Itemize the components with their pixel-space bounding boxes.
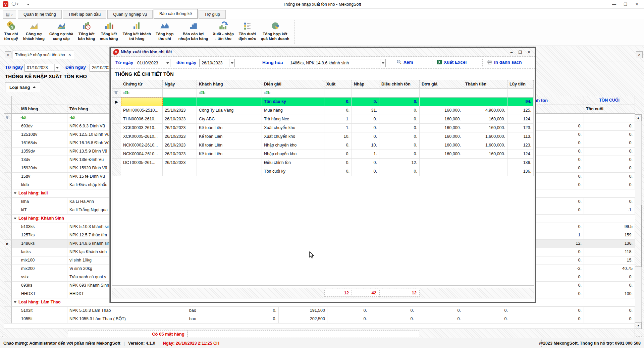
tool-steps[interactable]: Báo cáo lợi nhuận bán hàng [176,20,211,42]
tool-coins[interactable]: €$Thu chi tồn quỹ [1,20,21,42]
detail-filter-1[interactable]: = [163,89,197,98]
export-excel-button[interactable]: Xuất Excel [437,59,467,65]
collapse-icon[interactable] [14,301,16,304]
tool-listlv[interactable]: Tồn dưới định mức [236,20,258,42]
detail-row-1[interactable]: PMH00005-2510...25/10/2023Công Ty Lúa Và… [112,106,534,115]
row-indicator [4,198,12,206]
cell-cuoi: 0. [584,122,635,131]
detail-cell: 1. [324,124,352,132]
tool-area2[interactable]: Công nợ nhà cung cấp [47,20,75,42]
col-header-ma-hang[interactable]: Mã hàng [12,105,67,114]
chevron-down-icon[interactable] [380,59,385,67]
detail-col-0[interactable]: Chứng từ [121,80,163,89]
detail-cell: Trả hàng Ncc [262,115,324,124]
row-indicator [4,122,12,131]
document-tab[interactable]: Thống kê nhập xuất tồn kho ✕ [12,51,74,59]
steps-icon [188,21,199,31]
detail-cell: 0. [379,98,420,106]
chevron-down-icon[interactable] [165,59,170,67]
detail-row-selected[interactable]: ▶Tồn đầu kỳ0.0.0.94. [112,98,534,106]
close-all-tabs-button[interactable]: ✕ [636,51,643,58]
ribbon-tab-3[interactable]: Báo cáo thống kê [154,9,198,19]
tool-zigzag[interactable]: Tổng hợp thu chi [153,20,176,42]
detail-col-7[interactable]: Đơn giá [420,80,463,89]
band-toncuoi[interactable]: TỒN CUỐI [584,96,635,105]
dialog-minimize-button[interactable]: – [508,48,515,57]
close-icon[interactable]: ✕ [68,53,71,57]
from-date-input[interactable]: 01/10/2023 [24,64,60,72]
ribbon-tab-2[interactable]: Quản lý nghiệp vụ [107,10,153,19]
cell-cuoi: 118. [584,248,635,256]
detail-col-8[interactable]: Thành tiền [463,80,507,89]
tool-bars1[interactable]: Tổng kết mua hàng [97,20,120,42]
detail-row-6[interactable]: NCK00004-2610...26/10/2023Kế toán LiênNh… [112,150,534,159]
detail-row-7[interactable]: DCT00005-261...26/10/2023Điều chỉnh tồn0… [112,159,534,167]
detail-col-1[interactable]: Ngày [163,80,197,89]
detail-filter-0[interactable]: aBc [121,89,163,98]
col-header-ton-cuoi[interactable]: Tồn cuối [584,105,635,114]
dialog-close-button[interactable]: ✕ [525,48,533,57]
detail-cell: 0. [324,150,352,159]
detail-filter-7[interactable]: = [420,89,463,98]
detail-col-2[interactable]: Khách hàng [197,80,262,89]
detail-filter-3[interactable]: aBc [262,89,324,98]
tool-barsarrow[interactable]: Xuất - nhập - tồn kho [210,20,236,42]
maximize-button[interactable]: ❐ [620,0,631,9]
filter-funnel-icon[interactable] [112,89,121,98]
product-row-1055lt[interactable]: 1055ltNPK 1055.3 Lâm Thao ( BỘT)bao0.202… [4,315,635,324]
detail-row-5[interactable]: NCK00002-2610...26/10/2023Kế toán LiênNh… [112,141,534,150]
chevron-down-icon[interactable] [54,64,60,71]
filter-funnel-icon[interactable] [4,114,12,122]
detail-col-9[interactable]: Lũy tiến [507,80,534,89]
detail-cell: 26/10/2023 [163,132,197,141]
tool-barclock[interactable]: Tổng kết bán hàng [75,20,97,42]
detail-col-3[interactable]: Diễn giải [262,80,324,89]
chevron-down-icon[interactable] [229,59,234,67]
detail-filter-4[interactable]: = [324,89,352,98]
filter-ma-hang[interactable]: aBc [12,114,67,122]
detail-row-8[interactable]: Tồn cuối kỳ0.0.0.136. [112,167,534,176]
view-button[interactable]: Xem [396,59,413,65]
detail-filter-2[interactable]: aBc [197,89,262,98]
dialog-title: Nhập xuất tồn kho chi tiết [121,50,172,54]
detail-col-5[interactable]: Nhập [352,80,379,89]
print-list-button[interactable]: In danh sách [487,59,522,65]
collapse-icon[interactable] [14,192,16,195]
detail-cell: XCK00003-2610... [121,124,163,132]
detail-filter-8[interactable]: = [463,89,507,98]
detail-filter-6[interactable]: = [379,89,420,98]
detail-filter-9[interactable]: = [507,89,534,98]
product-row-5103lt[interactable]: 5103ltNPK 5.10.3 Lâm Thaobao0.191,5000.0… [4,307,635,315]
tool-bars2[interactable]: Tổng kết khách trả hàng [120,20,153,42]
minimize-button[interactable]: — [608,0,620,9]
dialog-product-input[interactable]: 1486ks, NPK 14.8.6 khánh sinh [288,59,386,67]
scrollbar-up-button[interactable]: ▲ [635,114,642,121]
app-menu-button[interactable]: ▤ ▽ [3,10,16,19]
row-indicator [4,265,12,273]
dialog-maximize-button[interactable]: ❐ [517,48,524,57]
detail-row-3[interactable]: XCK00003-2610...26/10/2023Kế toán LiênXu… [112,124,534,132]
group-by-chip[interactable]: Loại hàng [5,82,40,92]
detail-row-4[interactable]: XCK00005-2610...26/10/2023Kế toán LiênXu… [112,132,534,141]
ribbon-tab-4[interactable]: Trợ giúp [199,10,226,19]
dialog-title-bar[interactable]: V Nhập xuất tồn kho chi tiết – ❐ ✕ [111,48,535,57]
detail-row-2[interactable]: THN00006-2610...26/10/2023Cty ABCTrả hàn… [112,115,534,124]
detail-col-6[interactable]: Điều chỉnh tồn [379,80,420,89]
dialog-from-date-input[interactable]: 01/10/2023 [135,59,170,67]
detail-cell: 160,000. [420,115,463,124]
collapse-icon[interactable] [14,218,16,221]
scrollbar-down-button[interactable]: ▼ [635,322,642,329]
detail-filter-5[interactable]: = [352,89,379,98]
tool-pie[interactable]: Tổng hợp kết quả kinh doanh [259,20,292,42]
row-indicator [112,141,121,150]
tool-area1[interactable]: Công nợ khách hàng [21,20,47,42]
detail-col-4[interactable]: Xuất [324,80,352,89]
filter-ton-cuoi[interactable]: = [584,114,635,122]
detail-cell: 123. [507,124,534,132]
close-button[interactable]: ✕ [631,0,643,9]
close-tab-button[interactable]: ✕ [5,51,11,58]
scrollbar-thumb[interactable] [635,205,642,267]
ribbon-tab-0[interactable]: Quản trị hệ thống [18,10,62,19]
dialog-to-date-input[interactable]: 26/10/2023 [199,59,235,67]
ribbon-tab-1[interactable]: Thiết lập ban đầu [63,10,107,19]
